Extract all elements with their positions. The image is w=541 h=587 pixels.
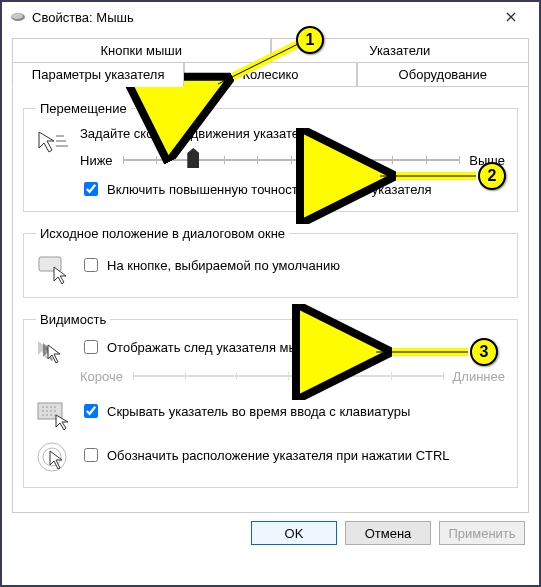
enhance-precision-input[interactable] [84, 182, 98, 196]
cancel-button[interactable]: Отмена [345, 521, 431, 545]
pointer-speed-prompt: Задайте скорость движения указателя: [80, 126, 505, 141]
hide-typing-label: Скрывать указатель во время ввода с клав… [107, 404, 410, 419]
enhance-precision-label: Включить повышенную точность установки у… [107, 182, 432, 197]
group-visibility-legend: Видимость [36, 312, 110, 327]
tab-hardware[interactable]: Оборудование [357, 62, 529, 87]
trail-checkbox[interactable]: Отображать след указателя мыши [80, 337, 505, 357]
group-snap: Исходное положение в диалоговом окне На … [23, 226, 518, 298]
tab-panel-pointer-options: Перемещение Задайте скорость движения ук… [12, 87, 529, 513]
mouse-icon [10, 9, 26, 25]
tab-pointers[interactable]: Указатели [271, 38, 530, 62]
svg-rect-2 [39, 257, 61, 271]
close-button[interactable] [491, 4, 531, 30]
trail-short-label: Короче [80, 369, 123, 384]
slider-label-slow: Ниже [80, 153, 113, 168]
pointer-speed-slider[interactable] [123, 149, 460, 171]
locate-input[interactable] [84, 448, 98, 462]
tab-pointer-options[interactable]: Параметры указателя [12, 62, 184, 87]
snap-label: На кнопке, выбираемой по умолчанию [107, 258, 340, 273]
locate-label: Обозначить расположение указателя при на… [107, 448, 450, 463]
locate-checkbox[interactable]: Обозначить расположение указателя при на… [80, 445, 505, 465]
snap-input[interactable] [84, 258, 98, 272]
trail-slider [133, 365, 443, 387]
snap-icon [36, 251, 70, 285]
group-motion-legend: Перемещение [36, 101, 131, 116]
hide-typing-checkbox[interactable]: Скрывать указатель во время ввода с клав… [80, 401, 505, 421]
titlebar: Свойства: Мышь [2, 2, 539, 32]
group-snap-legend: Исходное положение в диалоговом окне [36, 226, 289, 241]
slider-label-fast: Выше [469, 153, 505, 168]
trail-label: Отображать след указателя мыши [107, 340, 316, 355]
trail-icon [36, 337, 70, 371]
pointer-speed-icon [36, 126, 70, 160]
group-motion: Перемещение Задайте скорость движения ук… [23, 101, 518, 212]
enhance-precision-checkbox[interactable]: Включить повышенную точность установки у… [80, 179, 505, 199]
tab-strip: Кнопки мыши Указатели Параметры указател… [2, 32, 539, 87]
trail-input[interactable] [84, 340, 98, 354]
button-row: OK Отмена Применить [2, 513, 539, 557]
group-visibility: Видимость Отображать след указателя мыши… [23, 312, 518, 488]
tab-buttons[interactable]: Кнопки мыши [12, 38, 271, 62]
locate-icon [36, 441, 70, 475]
window-title: Свойства: Мышь [32, 10, 491, 25]
snap-checkbox[interactable]: На кнопке, выбираемой по умолчанию [80, 255, 505, 275]
hide-typing-input[interactable] [84, 404, 98, 418]
hide-typing-icon [36, 397, 70, 431]
trail-long-label: Длиннее [453, 369, 505, 384]
apply-button[interactable]: Применить [439, 521, 525, 545]
tab-wheel[interactable]: Колесико [184, 62, 356, 87]
svg-point-1 [11, 13, 23, 19]
ok-button[interactable]: OK [251, 521, 337, 545]
